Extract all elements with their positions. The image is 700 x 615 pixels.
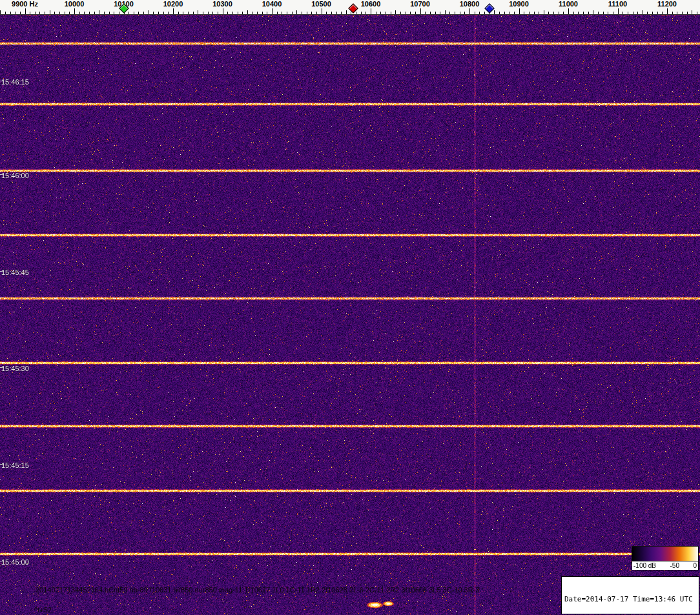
ruler-tick (435, 12, 436, 14)
ruler-tick (316, 12, 317, 14)
ruler-tick (361, 12, 362, 14)
ruler-tick (539, 12, 539, 14)
freq-tick-label: 10500 (311, 0, 331, 8)
detection-log-text: 20140717134452164 hCnt59 nb-89 f10631 hi… (36, 586, 479, 594)
ruler-tick (573, 12, 574, 14)
ruler-tick (336, 12, 337, 14)
ruler-tick (430, 12, 431, 14)
ruler-tick (356, 12, 356, 14)
freq-tick-label: 10200 (163, 0, 183, 8)
ruler-tick (494, 10, 495, 14)
ruler-tick (499, 12, 500, 14)
ruler-tick (212, 12, 213, 14)
ruler-tick (84, 12, 85, 14)
ruler-tick (365, 12, 366, 14)
freq-tick-label: 9900 Hz (12, 0, 38, 8)
ruler-tick (252, 12, 252, 14)
ruler-tick (548, 12, 549, 14)
ruler-tick (667, 8, 668, 14)
ruler-tick (158, 12, 159, 14)
ruler-tick (529, 12, 530, 14)
ruler-tick (563, 12, 564, 14)
ruler-tick (35, 12, 36, 14)
ruler-tick (677, 12, 677, 14)
ruler-tick (15, 12, 15, 14)
ruler-tick (410, 12, 411, 14)
time-tick-label: 15:45:30 (1, 365, 29, 372)
waterfall-display[interactable] (0, 14, 700, 615)
freq-tick-label: 10900 (509, 0, 529, 8)
ruler-tick (143, 12, 144, 14)
ruler-tick (603, 12, 604, 14)
ruler-tick (455, 12, 455, 14)
ruler-tick (346, 10, 347, 14)
ruler-tick (469, 8, 470, 14)
ruler-tick (326, 12, 327, 14)
colorbar-mid-label: -50 (670, 561, 679, 570)
ruler-tick (386, 12, 386, 14)
ruler-tick (449, 12, 450, 14)
ruler-tick (242, 12, 243, 14)
ruler-tick (598, 12, 599, 14)
ruler-tick (682, 12, 683, 14)
ruler-tick (232, 12, 233, 14)
ruler-tick (647, 12, 648, 14)
red-frequency-marker-icon[interactable] (348, 3, 358, 14)
ruler-tick (39, 12, 40, 14)
ruler-tick (509, 12, 510, 14)
ruler-tick (484, 12, 485, 14)
freq-tick-label: 10700 (410, 0, 430, 8)
blue-frequency-marker-icon[interactable] (484, 3, 495, 14)
ruler-tick (99, 10, 99, 14)
ruler-tick (307, 12, 307, 14)
time-tick-label: 15:45:00 (1, 558, 29, 566)
ruler-tick (247, 10, 248, 14)
ruler-tick (0, 10, 1, 14)
ruler-tick (193, 12, 194, 14)
ruler-tick (391, 12, 391, 14)
freq-tick-label: 11200 (657, 0, 677, 8)
ruler-tick (672, 12, 673, 14)
ruler-tick (218, 12, 218, 14)
ruler-tick (514, 12, 515, 14)
frequency-ruler: 9900 Hz100001010010200103001040010500106… (0, 0, 700, 15)
colorbar-min-label: -100 dB (633, 561, 656, 570)
freq-tick-label: 10600 (361, 0, 381, 8)
time-tick-label: 15:45:15 (1, 461, 29, 469)
ruler-tick (129, 12, 129, 14)
ruler-tick (662, 12, 663, 14)
ruler-tick (553, 12, 554, 14)
ruler-tick (618, 8, 619, 14)
time-tick-label: 15:46:00 (1, 172, 29, 179)
colorbar-labels: -100 dB -50 0 (632, 561, 699, 570)
ruler-tick (287, 12, 287, 14)
ruler-tick (65, 12, 65, 14)
ruler-tick (183, 12, 183, 14)
ruler-tick (613, 12, 613, 14)
ruler-tick (371, 8, 371, 14)
ruler-tick (223, 8, 223, 14)
ruler-tick (134, 12, 134, 14)
freq-tick-label: 10800 (460, 0, 480, 8)
ruler-tick (524, 12, 524, 14)
spectrogram-app: 9900 Hz100001010010200103001040010500106… (0, 0, 700, 615)
ruler-tick (322, 8, 322, 14)
ruler-tick (262, 12, 263, 14)
ruler-tick (395, 10, 396, 14)
ruler-tick (657, 12, 658, 14)
ruler-tick (198, 10, 198, 14)
freq-tick-label: 11000 (559, 0, 578, 8)
delta-t-text: ^t+52 (34, 606, 52, 614)
ruler-tick (692, 10, 692, 14)
ruler-tick (544, 10, 544, 14)
ruler-tick (559, 12, 559, 14)
ruler-tick (109, 12, 110, 14)
ruler-tick (282, 12, 282, 14)
ruler-tick (445, 10, 446, 14)
time-tick-label: 15:45:45 (1, 268, 29, 276)
ruler-tick (311, 12, 312, 14)
ruler-tick (292, 12, 293, 14)
ruler-tick (94, 12, 95, 14)
ruler-tick (534, 12, 535, 14)
ruler-tick (45, 12, 45, 14)
